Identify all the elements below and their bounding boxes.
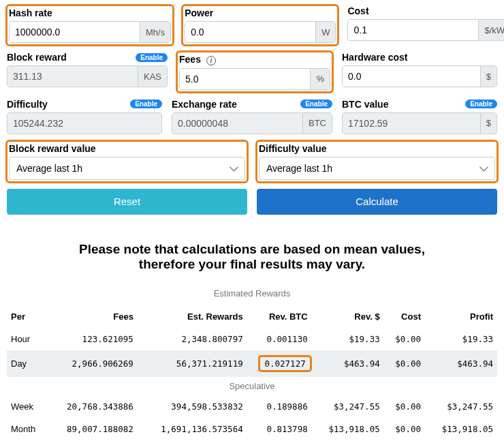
cell-profit: $463.94 — [425, 350, 497, 377]
cost-input[interactable] — [348, 20, 478, 40]
hardware-cost-input[interactable] — [343, 66, 480, 87]
cell-revd: $19.33 — [312, 328, 384, 350]
power-unit: W — [315, 22, 335, 42]
cell-est: 56,371.219119 — [138, 350, 247, 377]
cell-revbtc: 0.189886 — [247, 395, 312, 418]
fees-field: Fees i % — [176, 50, 334, 93]
cell-profit: $3,247.55 — [425, 395, 497, 418]
table-row: Hour123.6210952,348.8007970.001130$19.33… — [7, 328, 497, 350]
cell-per: Month — [7, 418, 46, 440]
cell-cost: $0.00 — [384, 350, 425, 377]
cell-cost: $0.00 — [384, 395, 425, 418]
hardware-cost-label: Hardware cost — [342, 52, 407, 63]
exchange-rate-label: Exchange rate — [172, 99, 237, 110]
hardware-cost-unit: $ — [480, 66, 497, 87]
cell-est: 1,691,136.573564 — [138, 418, 247, 440]
btc-value-unit: $ — [480, 113, 497, 134]
cell-cost: $0.00 — [384, 418, 425, 440]
hash-rate-label: Hash rate — [9, 7, 52, 18]
difficulty-value-select[interactable]: Average last 1h — [259, 157, 495, 180]
table-subhead-speculative: Speculative — [7, 377, 497, 395]
col-cost: Cost — [384, 305, 425, 328]
table-row: Week20,768.343886394,598.5338320.189886$… — [7, 395, 497, 418]
hash-rate-unit: Mh/s — [140, 22, 170, 42]
block-reward-unit: KAS — [138, 66, 167, 87]
cell-revd: $13,918.05 — [312, 418, 384, 440]
block-reward-field: Block reward Enable KAS — [7, 52, 168, 92]
power-field: Power W — [181, 4, 339, 46]
fees-input[interactable] — [180, 69, 310, 89]
block-reward-enable-badge[interactable]: Enable — [136, 53, 168, 62]
fees-unit: % — [310, 69, 330, 89]
block-reward-label: Block reward — [7, 52, 67, 63]
difficulty-value-label: Difficulty value — [259, 143, 327, 154]
table-row: Month89,007.1880821,691,136.5735640.8137… — [7, 418, 497, 440]
cell-revbtc: 0.027127 — [247, 350, 312, 377]
btc-value-input[interactable] — [343, 113, 480, 134]
cell-profit: $19.33 — [425, 328, 497, 350]
difficulty-field: Difficulty Enable — [7, 99, 162, 134]
exchange-rate-field: Exchange rate Enable BTC — [172, 99, 332, 134]
cell-profit: $13,918.05 — [425, 418, 497, 440]
exchange-rate-input[interactable] — [172, 113, 302, 134]
col-est: Est. Rewards — [138, 305, 247, 328]
col-revd: Rev. $ — [312, 305, 384, 328]
calculate-button[interactable]: Calculate — [257, 189, 497, 215]
cell-revd: $463.94 — [312, 350, 384, 377]
col-fees: Fees — [46, 305, 137, 328]
hardware-cost-field: Hardware cost $ — [342, 52, 497, 92]
cell-revd: $3,247.55 — [312, 395, 384, 418]
cell-per: Day — [7, 350, 46, 377]
table-row: Day2,966.90626956,371.2191190.027127$463… — [7, 350, 497, 377]
table-header-row: Per Fees Est. Rewards Rev. BTC Rev. $ Co… — [7, 305, 497, 328]
cell-per: Week — [7, 395, 46, 418]
power-input[interactable] — [185, 22, 315, 42]
hash-rate-input[interactable] — [10, 22, 140, 42]
cell-est: 394,598.533832 — [138, 395, 247, 418]
col-per: Per — [7, 305, 46, 328]
block-reward-input[interactable] — [7, 66, 138, 87]
cost-field: Cost $/kWh — [347, 5, 504, 45]
difficulty-value-field: Difficulty value Average last 1h — [255, 140, 499, 183]
block-reward-value-field: Block reward value Average last 1h — [5, 140, 249, 183]
cell-fees: 2,966.906269 — [46, 350, 137, 377]
difficulty-label: Difficulty — [7, 99, 48, 110]
reset-button[interactable]: Reset — [7, 189, 247, 215]
cost-unit: $/kWh — [478, 20, 504, 40]
cell-per: Hour — [7, 328, 46, 350]
exchange-rate-enable-badge[interactable]: Enable — [300, 100, 332, 108]
btc-value-enable-badge[interactable]: Enable — [465, 100, 497, 108]
col-profit: Profit — [425, 305, 497, 328]
cell-revbtc: 0.813798 — [247, 418, 312, 440]
cell-fees: 20,768.343886 — [46, 395, 137, 418]
block-reward-value-label: Block reward value — [9, 143, 96, 154]
btc-value-label: BTC value — [342, 99, 388, 110]
cell-fees: 89,007.188082 — [46, 418, 137, 440]
note-text: Please note that calculations are based … — [7, 242, 497, 272]
cell-revbtc: 0.001130 — [247, 328, 312, 350]
exchange-rate-unit: BTC — [302, 113, 332, 134]
fees-label: Fees i — [179, 54, 216, 65]
difficulty-input[interactable] — [7, 113, 161, 134]
hash-rate-field: Hash rate Mh/s — [5, 4, 174, 46]
cell-est: 2,348.800797 — [138, 328, 247, 350]
btc-value-field: BTC value Enable $ — [342, 99, 497, 134]
cost-label: Cost — [347, 5, 368, 16]
table-subhead-estimated: Estimated Rewards — [7, 288, 497, 299]
cell-fees: 123.621095 — [46, 328, 137, 350]
col-revbtc: Rev. BTC — [247, 305, 312, 328]
cell-cost: $0.00 — [384, 328, 425, 350]
info-icon[interactable]: i — [206, 56, 216, 65]
difficulty-enable-badge[interactable]: Enable — [130, 100, 162, 108]
power-label: Power — [185, 7, 213, 18]
block-reward-value-select[interactable]: Average last 1h — [9, 157, 245, 180]
results-table: Per Fees Est. Rewards Rev. BTC Rev. $ Co… — [7, 305, 497, 440]
